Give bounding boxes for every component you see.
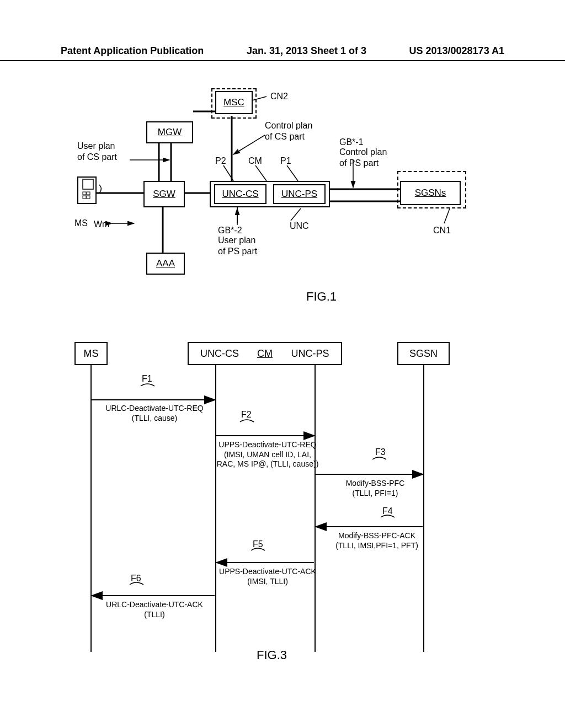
msg-f3: Modify-BSS-PFC (TLLI, PFI=1) (328, 479, 422, 498)
svg-rect-21 (83, 179, 93, 189)
header-left: Patent Application Publication (61, 45, 204, 57)
node-sgsns: SGSNs (400, 181, 461, 205)
node-unc-ps: UNC-PS (273, 184, 326, 204)
label-cm: CM (248, 156, 262, 167)
mark-f6: F6 (131, 574, 141, 584)
label-gb2-a: GB*-2 (218, 225, 242, 236)
mark-f3: F3 (375, 447, 386, 457)
mark-f4: F4 (382, 506, 393, 516)
svg-rect-24 (83, 196, 86, 199)
msg-f6: URLC-Deactivate-UTC-ACK (TLLI) (99, 600, 210, 619)
svg-line-11 (233, 135, 265, 154)
label-control-cs: Control plan of CS part (265, 120, 312, 142)
node-aaa: AAA (146, 253, 185, 275)
msg-f2: UPPS-Deactivate-UTC-REQ (IMSI, UMAN cell… (212, 440, 323, 469)
node-sgw: SGW (143, 181, 185, 207)
label-cn2: CN2 (270, 91, 288, 102)
svg-rect-22 (83, 192, 86, 195)
label-p1: P1 (280, 156, 291, 167)
msg-f5: UPPS-Deactivate-UTC-ACK (IMSI, TLLI) (212, 567, 323, 586)
svg-rect-23 (87, 192, 90, 195)
svg-rect-25 (87, 196, 90, 199)
fig3-arrows (47, 342, 519, 673)
label-unc: UNC (290, 221, 309, 232)
label-ms: MS (74, 218, 88, 229)
node-mgw: MGW (146, 121, 193, 143)
header-center: Jan. 31, 2013 Sheet 1 of 3 (247, 45, 366, 57)
svg-line-14 (444, 208, 450, 223)
label-p2: P2 (215, 156, 226, 167)
page-content: MSC MGW SGW AAA UNC-CS UNC-PS SGSNs CN2 … (47, 66, 519, 700)
figure-1: MSC MGW SGW AAA UNC-CS UNC-PS SGSNs CN2 … (47, 88, 519, 325)
label-cn1: CN1 (433, 225, 451, 236)
node-msc: MSC (215, 91, 253, 114)
page-header: Patent Application Publication Jan. 31, … (0, 45, 565, 61)
phone-icon (77, 176, 97, 204)
svg-line-19 (291, 208, 301, 221)
header-right: US 2013/0028173 A1 (409, 45, 504, 57)
mark-f1: F1 (142, 374, 152, 384)
fig1-caption: FIG.1 (306, 290, 337, 304)
figure-3: MS UNC-CS CM UNC-PS SGSN (47, 342, 519, 673)
msg-f4: Modify-BSS-PFC-ACK (TLLI, IMSI,PFI=1, PF… (322, 531, 432, 550)
msg-f1: URLC-Deactivate-UTC-REQ (TLLI, cause) (99, 404, 210, 423)
mark-f5: F5 (253, 539, 263, 549)
fig3-caption: FIG.3 (257, 648, 287, 662)
svg-line-16 (287, 165, 298, 181)
label-gb1-b: Control plan of PS part (339, 147, 387, 169)
node-unc-cs: UNC-CS (214, 184, 266, 204)
label-gb2-b: User plan of PS part (218, 235, 257, 257)
svg-line-18 (255, 165, 266, 181)
label-user-cs: User plan of CS part (77, 141, 117, 163)
label-wm: Wm (94, 219, 109, 230)
label-gb1-a: GB*-1 (339, 137, 364, 148)
mark-f2: F2 (241, 410, 252, 420)
